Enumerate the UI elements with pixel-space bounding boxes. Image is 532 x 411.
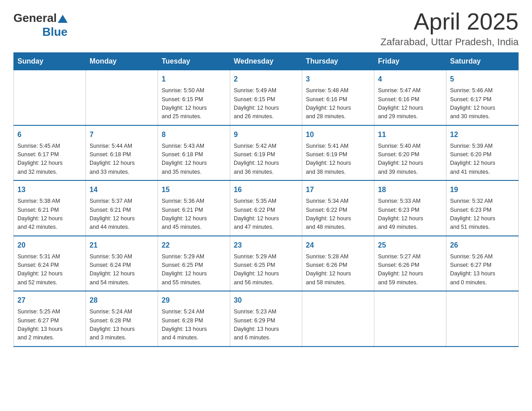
day-number: 8 bbox=[162, 129, 226, 140]
calendar-cell bbox=[302, 291, 374, 347]
logo-line1: General bbox=[13, 11, 68, 25]
day-info: Sunrise: 5:28 AM Sunset: 6:26 PM Dayligh… bbox=[306, 253, 370, 287]
calendar-cell bbox=[14, 70, 86, 125]
day-number: 14 bbox=[90, 184, 154, 195]
day-number: 6 bbox=[17, 129, 82, 140]
header-cell-monday: Monday bbox=[86, 53, 158, 70]
calendar-cell: 23Sunrise: 5:29 AM Sunset: 6:25 PM Dayli… bbox=[230, 236, 302, 291]
week-row-1: 1Sunrise: 5:50 AM Sunset: 6:15 PM Daylig… bbox=[14, 70, 519, 125]
calendar-cell: 24Sunrise: 5:28 AM Sunset: 6:26 PM Dayli… bbox=[302, 236, 374, 291]
day-info: Sunrise: 5:25 AM Sunset: 6:27 PM Dayligh… bbox=[17, 308, 82, 342]
day-number: 28 bbox=[90, 295, 154, 306]
calendar-cell bbox=[374, 291, 446, 347]
calendar-cell: 26Sunrise: 5:26 AM Sunset: 6:27 PM Dayli… bbox=[446, 236, 519, 291]
calendar-cell: 3Sunrise: 5:48 AM Sunset: 6:16 PM Daylig… bbox=[302, 70, 374, 125]
day-number: 10 bbox=[306, 129, 370, 140]
title-area: April 2025 Zafarabad, Uttar Pradesh, Ind… bbox=[381, 9, 519, 48]
day-number: 5 bbox=[450, 74, 515, 85]
day-number: 7 bbox=[90, 129, 154, 140]
day-number: 24 bbox=[306, 240, 370, 251]
day-number: 18 bbox=[378, 184, 442, 195]
day-info: Sunrise: 5:35 AM Sunset: 6:22 PM Dayligh… bbox=[234, 197, 298, 232]
logo-triangle-icon bbox=[58, 14, 68, 24]
day-info: Sunrise: 5:36 AM Sunset: 6:21 PM Dayligh… bbox=[162, 197, 226, 232]
day-info: Sunrise: 5:42 AM Sunset: 6:19 PM Dayligh… bbox=[234, 142, 298, 177]
page-header: General Blue April 2025 Zafarabad, Uttar… bbox=[13, 9, 519, 48]
day-info: Sunrise: 5:31 AM Sunset: 6:24 PM Dayligh… bbox=[17, 253, 82, 287]
day-number: 25 bbox=[378, 240, 442, 251]
day-info: Sunrise: 5:41 AM Sunset: 6:19 PM Dayligh… bbox=[306, 142, 370, 177]
calendar-cell: 8Sunrise: 5:43 AM Sunset: 6:18 PM Daylig… bbox=[158, 125, 230, 181]
day-info: Sunrise: 5:40 AM Sunset: 6:20 PM Dayligh… bbox=[378, 142, 442, 177]
day-info: Sunrise: 5:29 AM Sunset: 6:25 PM Dayligh… bbox=[234, 253, 298, 287]
day-info: Sunrise: 5:43 AM Sunset: 6:18 PM Dayligh… bbox=[162, 142, 226, 177]
logo-line2: Blue bbox=[13, 25, 68, 39]
calendar-cell bbox=[446, 291, 519, 347]
day-number: 17 bbox=[306, 184, 370, 195]
header-cell-saturday: Saturday bbox=[446, 53, 519, 70]
day-number: 22 bbox=[162, 240, 226, 251]
day-number: 26 bbox=[450, 240, 515, 251]
calendar-cell: 9Sunrise: 5:42 AM Sunset: 6:19 PM Daylig… bbox=[230, 125, 302, 181]
calendar-cell: 10Sunrise: 5:41 AM Sunset: 6:19 PM Dayli… bbox=[302, 125, 374, 181]
calendar-cell: 16Sunrise: 5:35 AM Sunset: 6:22 PM Dayli… bbox=[230, 180, 302, 236]
calendar-cell: 4Sunrise: 5:47 AM Sunset: 6:16 PM Daylig… bbox=[374, 70, 446, 125]
header-cell-wednesday: Wednesday bbox=[230, 53, 302, 70]
week-row-3: 13Sunrise: 5:38 AM Sunset: 6:21 PM Dayli… bbox=[14, 180, 519, 236]
logo-wrapper: General Blue bbox=[13, 11, 68, 39]
calendar-body: 1Sunrise: 5:50 AM Sunset: 6:15 PM Daylig… bbox=[14, 70, 519, 347]
calendar-cell: 13Sunrise: 5:38 AM Sunset: 6:21 PM Dayli… bbox=[14, 180, 86, 236]
calendar-header: SundayMondayTuesdayWednesdayThursdayFrid… bbox=[14, 53, 519, 70]
day-number: 15 bbox=[162, 184, 226, 195]
day-number: 3 bbox=[306, 74, 370, 85]
header-cell-sunday: Sunday bbox=[14, 53, 86, 70]
calendar-cell: 14Sunrise: 5:37 AM Sunset: 6:21 PM Dayli… bbox=[86, 180, 158, 236]
day-number: 4 bbox=[378, 74, 442, 85]
header-cell-friday: Friday bbox=[374, 53, 446, 70]
logo-general-text: General bbox=[13, 11, 57, 25]
day-info: Sunrise: 5:45 AM Sunset: 6:17 PM Dayligh… bbox=[17, 142, 82, 177]
week-row-4: 20Sunrise: 5:31 AM Sunset: 6:24 PM Dayli… bbox=[14, 236, 519, 291]
day-info: Sunrise: 5:47 AM Sunset: 6:16 PM Dayligh… bbox=[378, 86, 442, 121]
day-info: Sunrise: 5:23 AM Sunset: 6:29 PM Dayligh… bbox=[234, 308, 298, 342]
day-number: 30 bbox=[234, 295, 298, 306]
svg-marker-0 bbox=[58, 15, 68, 23]
week-row-5: 27Sunrise: 5:25 AM Sunset: 6:27 PM Dayli… bbox=[14, 291, 519, 347]
calendar-cell: 11Sunrise: 5:40 AM Sunset: 6:20 PM Dayli… bbox=[374, 125, 446, 181]
day-info: Sunrise: 5:30 AM Sunset: 6:24 PM Dayligh… bbox=[90, 253, 154, 287]
calendar-cell: 18Sunrise: 5:33 AM Sunset: 6:23 PM Dayli… bbox=[374, 180, 446, 236]
calendar-cell: 19Sunrise: 5:32 AM Sunset: 6:23 PM Dayli… bbox=[446, 180, 519, 236]
day-number: 27 bbox=[17, 295, 82, 306]
day-number: 23 bbox=[234, 240, 298, 251]
calendar-cell: 12Sunrise: 5:39 AM Sunset: 6:20 PM Dayli… bbox=[446, 125, 519, 181]
day-info: Sunrise: 5:39 AM Sunset: 6:20 PM Dayligh… bbox=[450, 142, 515, 177]
logo-blue-text: Blue bbox=[42, 25, 67, 39]
day-number: 12 bbox=[450, 129, 515, 140]
day-info: Sunrise: 5:32 AM Sunset: 6:23 PM Dayligh… bbox=[450, 197, 515, 232]
location-title: Zafarabad, Uttar Pradesh, India bbox=[381, 36, 519, 48]
day-number: 1 bbox=[162, 74, 226, 85]
calendar-cell: 21Sunrise: 5:30 AM Sunset: 6:24 PM Dayli… bbox=[86, 236, 158, 291]
calendar-cell: 29Sunrise: 5:24 AM Sunset: 6:28 PM Dayli… bbox=[158, 291, 230, 347]
day-info: Sunrise: 5:27 AM Sunset: 6:26 PM Dayligh… bbox=[378, 253, 442, 287]
day-info: Sunrise: 5:37 AM Sunset: 6:21 PM Dayligh… bbox=[90, 197, 154, 232]
day-number: 16 bbox=[234, 184, 298, 195]
day-number: 21 bbox=[90, 240, 154, 251]
day-info: Sunrise: 5:38 AM Sunset: 6:21 PM Dayligh… bbox=[17, 197, 82, 232]
day-info: Sunrise: 5:24 AM Sunset: 6:28 PM Dayligh… bbox=[162, 308, 226, 342]
logo: General Blue bbox=[13, 11, 68, 39]
calendar-cell: 1Sunrise: 5:50 AM Sunset: 6:15 PM Daylig… bbox=[158, 70, 230, 125]
calendar-cell: 17Sunrise: 5:34 AM Sunset: 6:22 PM Dayli… bbox=[302, 180, 374, 236]
day-number: 19 bbox=[450, 184, 515, 195]
day-number: 11 bbox=[378, 129, 442, 140]
day-info: Sunrise: 5:50 AM Sunset: 6:15 PM Dayligh… bbox=[162, 86, 226, 121]
calendar-cell: 30Sunrise: 5:23 AM Sunset: 6:29 PM Dayli… bbox=[230, 291, 302, 347]
calendar-cell: 22Sunrise: 5:29 AM Sunset: 6:25 PM Dayli… bbox=[158, 236, 230, 291]
header-row: SundayMondayTuesdayWednesdayThursdayFrid… bbox=[14, 53, 519, 70]
day-number: 9 bbox=[234, 129, 298, 140]
day-info: Sunrise: 5:34 AM Sunset: 6:22 PM Dayligh… bbox=[306, 197, 370, 232]
calendar-cell bbox=[86, 70, 158, 125]
day-info: Sunrise: 5:44 AM Sunset: 6:18 PM Dayligh… bbox=[90, 142, 154, 177]
calendar-cell: 6Sunrise: 5:45 AM Sunset: 6:17 PM Daylig… bbox=[14, 125, 86, 181]
day-number: 13 bbox=[17, 184, 82, 195]
